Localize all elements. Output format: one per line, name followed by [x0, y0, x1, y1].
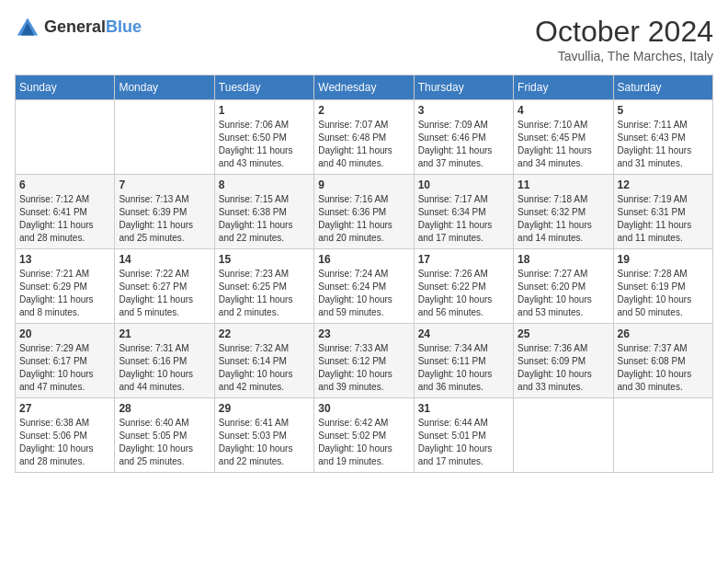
col-thursday: Thursday: [414, 75, 513, 100]
col-tuesday: Tuesday: [214, 75, 313, 100]
calendar-cell: 29Sunrise: 6:41 AMSunset: 5:03 PMDayligh…: [214, 398, 313, 473]
day-number: 3: [418, 104, 509, 117]
day-info: Sunrise: 7:17 AMSunset: 6:34 PMDaylight:…: [418, 193, 509, 245]
day-info: Sunrise: 7:24 AMSunset: 6:24 PMDaylight:…: [318, 268, 409, 319]
calendar-cell: 5Sunrise: 7:11 AMSunset: 6:43 PMDaylight…: [613, 100, 712, 175]
calendar-cell: 9Sunrise: 7:16 AMSunset: 6:36 PMDaylight…: [314, 175, 414, 249]
day-number: 10: [418, 178, 509, 191]
day-number: 8: [219, 178, 310, 191]
day-info: Sunrise: 6:41 AMSunset: 5:03 PMDaylight:…: [219, 417, 310, 468]
calendar-cell: 3Sunrise: 7:09 AMSunset: 6:46 PMDaylight…: [414, 100, 513, 175]
calendar-header: Sunday Monday Tuesday Wednesday Thursday…: [16, 75, 713, 100]
calendar-cell: [613, 398, 712, 473]
calendar-cell: 4Sunrise: 7:10 AMSunset: 6:45 PMDaylight…: [514, 100, 613, 175]
calendar-table: Sunday Monday Tuesday Wednesday Thursday…: [15, 75, 713, 473]
calendar-cell: 22Sunrise: 7:32 AMSunset: 6:14 PMDayligh…: [214, 324, 313, 398]
col-monday: Monday: [115, 75, 214, 100]
calendar-cell: 1Sunrise: 7:06 AMSunset: 6:50 PMDaylight…: [214, 100, 313, 175]
logo-general: General: [44, 17, 106, 36]
day-info: Sunrise: 7:27 AMSunset: 6:20 PMDaylight:…: [518, 268, 609, 319]
day-number: 30: [318, 402, 409, 415]
day-info: Sunrise: 7:23 AMSunset: 6:25 PMDaylight:…: [219, 268, 310, 319]
day-number: 14: [119, 253, 210, 266]
calendar-body: 1Sunrise: 7:06 AMSunset: 6:50 PMDaylight…: [16, 100, 713, 473]
day-info: Sunrise: 6:44 AMSunset: 5:01 PMDaylight:…: [418, 417, 509, 468]
calendar-cell: 6Sunrise: 7:12 AMSunset: 6:41 PMDaylight…: [16, 175, 115, 249]
day-number: 22: [219, 327, 310, 340]
day-info: Sunrise: 7:06 AMSunset: 6:50 PMDaylight:…: [219, 119, 310, 170]
month-title: October 2024: [535, 15, 713, 49]
calendar-cell: 18Sunrise: 7:27 AMSunset: 6:20 PMDayligh…: [514, 249, 613, 324]
day-number: 16: [318, 253, 409, 266]
day-info: Sunrise: 7:22 AMSunset: 6:27 PMDaylight:…: [119, 268, 210, 319]
calendar-week-3: 13Sunrise: 7:21 AMSunset: 6:29 PMDayligh…: [16, 249, 713, 324]
day-number: 19: [618, 253, 709, 266]
calendar-cell: [514, 398, 613, 473]
day-number: 6: [19, 178, 110, 191]
day-info: Sunrise: 7:07 AMSunset: 6:48 PMDaylight:…: [318, 119, 409, 170]
day-info: Sunrise: 7:29 AMSunset: 6:17 PMDaylight:…: [19, 342, 110, 394]
calendar-week-2: 6Sunrise: 7:12 AMSunset: 6:41 PMDaylight…: [16, 175, 713, 249]
day-number: 26: [618, 327, 709, 340]
calendar-cell: 26Sunrise: 7:37 AMSunset: 6:08 PMDayligh…: [613, 324, 712, 398]
day-number: 13: [19, 253, 110, 266]
calendar-cell: 24Sunrise: 7:34 AMSunset: 6:11 PMDayligh…: [414, 324, 513, 398]
day-number: 2: [318, 104, 409, 117]
calendar-cell: 13Sunrise: 7:21 AMSunset: 6:29 PMDayligh…: [16, 249, 115, 324]
day-number: 20: [19, 327, 110, 340]
day-info: Sunrise: 7:18 AMSunset: 6:32 PMDaylight:…: [518, 193, 609, 245]
calendar-week-1: 1Sunrise: 7:06 AMSunset: 6:50 PMDaylight…: [16, 100, 713, 175]
col-saturday: Saturday: [613, 75, 712, 100]
day-info: Sunrise: 7:34 AMSunset: 6:11 PMDaylight:…: [418, 342, 509, 394]
day-info: Sunrise: 7:36 AMSunset: 6:09 PMDaylight:…: [518, 342, 609, 394]
calendar-cell: 31Sunrise: 6:44 AMSunset: 5:01 PMDayligh…: [414, 398, 513, 473]
title-block: October 2024 Tavullia, The Marches, Ital…: [535, 15, 713, 63]
day-info: Sunrise: 7:31 AMSunset: 6:16 PMDaylight:…: [119, 342, 210, 394]
day-info: Sunrise: 7:32 AMSunset: 6:14 PMDaylight:…: [219, 342, 310, 394]
calendar-cell: 15Sunrise: 7:23 AMSunset: 6:25 PMDayligh…: [214, 249, 313, 324]
logo: GeneralBlue: [15, 15, 142, 40]
day-info: Sunrise: 7:33 AMSunset: 6:12 PMDaylight:…: [318, 342, 409, 394]
header-row: Sunday Monday Tuesday Wednesday Thursday…: [16, 75, 713, 100]
day-number: 29: [219, 402, 310, 415]
logo-blue: Blue: [106, 17, 142, 36]
day-info: Sunrise: 6:38 AMSunset: 5:06 PMDaylight:…: [19, 417, 110, 468]
day-info: Sunrise: 7:09 AMSunset: 6:46 PMDaylight:…: [418, 119, 509, 170]
logo-icon: [15, 15, 40, 40]
col-wednesday: Wednesday: [314, 75, 414, 100]
calendar-cell: 27Sunrise: 6:38 AMSunset: 5:06 PMDayligh…: [16, 398, 115, 473]
day-info: Sunrise: 7:11 AMSunset: 6:43 PMDaylight:…: [618, 119, 709, 170]
day-info: Sunrise: 6:40 AMSunset: 5:05 PMDaylight:…: [119, 417, 210, 468]
day-number: 23: [318, 327, 409, 340]
day-number: 5: [618, 104, 709, 117]
calendar-cell: 12Sunrise: 7:19 AMSunset: 6:31 PMDayligh…: [613, 175, 712, 249]
day-info: Sunrise: 7:15 AMSunset: 6:38 PMDaylight:…: [219, 193, 310, 245]
day-number: 27: [19, 402, 110, 415]
calendar-cell: 25Sunrise: 7:36 AMSunset: 6:09 PMDayligh…: [514, 324, 613, 398]
day-number: 24: [418, 327, 509, 340]
day-number: 4: [518, 104, 609, 117]
day-info: Sunrise: 7:21 AMSunset: 6:29 PMDaylight:…: [19, 268, 110, 319]
day-number: 9: [318, 178, 409, 191]
calendar-cell: 23Sunrise: 7:33 AMSunset: 6:12 PMDayligh…: [314, 324, 414, 398]
page-header: GeneralBlue October 2024 Tavullia, The M…: [15, 15, 713, 63]
location: Tavullia, The Marches, Italy: [535, 49, 713, 63]
calendar-cell: 16Sunrise: 7:24 AMSunset: 6:24 PMDayligh…: [314, 249, 414, 324]
calendar-cell: 30Sunrise: 6:42 AMSunset: 5:02 PMDayligh…: [314, 398, 414, 473]
day-info: Sunrise: 7:13 AMSunset: 6:39 PMDaylight:…: [119, 193, 210, 245]
day-info: Sunrise: 7:10 AMSunset: 6:45 PMDaylight:…: [518, 119, 609, 170]
calendar-cell: 2Sunrise: 7:07 AMSunset: 6:48 PMDaylight…: [314, 100, 414, 175]
day-info: Sunrise: 7:16 AMSunset: 6:36 PMDaylight:…: [318, 193, 409, 245]
calendar-cell: [115, 100, 214, 175]
calendar-cell: 28Sunrise: 6:40 AMSunset: 5:05 PMDayligh…: [115, 398, 214, 473]
calendar-cell: [16, 100, 115, 175]
day-number: 21: [119, 327, 210, 340]
day-number: 25: [518, 327, 609, 340]
day-number: 1: [219, 104, 310, 117]
calendar-cell: 20Sunrise: 7:29 AMSunset: 6:17 PMDayligh…: [16, 324, 115, 398]
calendar-cell: 19Sunrise: 7:28 AMSunset: 6:19 PMDayligh…: [613, 249, 712, 324]
day-number: 17: [418, 253, 509, 266]
day-number: 7: [119, 178, 210, 191]
day-info: Sunrise: 7:12 AMSunset: 6:41 PMDaylight:…: [19, 193, 110, 245]
day-number: 31: [418, 402, 509, 415]
